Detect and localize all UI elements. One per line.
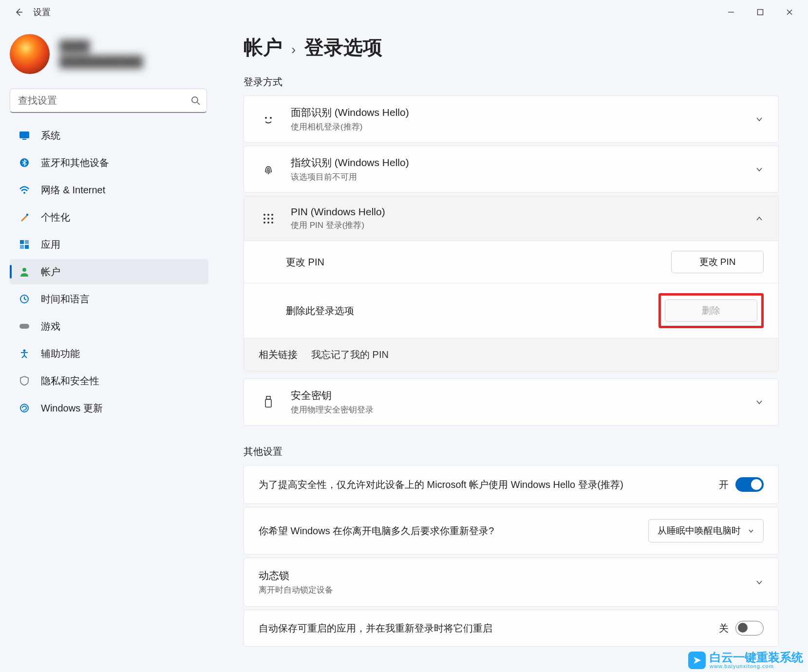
reauth-dropdown[interactable]: 从睡眠中唤醒电脑时 <box>648 519 764 542</box>
sidebar-item-label: 时间和语言 <box>41 293 90 306</box>
setting-reauth-timeout: 你希望 Windows 在你离开电脑多久后要求你重新登录? 从睡眠中唤醒电脑时 <box>244 507 779 555</box>
option-subtitle: 使用 PIN 登录(推荐) <box>291 220 755 231</box>
watermark-icon: ➤ <box>688 652 706 669</box>
maximize-button[interactable] <box>746 2 775 22</box>
avatar <box>10 34 50 74</box>
titlebar: 设置 <box>0 0 808 24</box>
option-subtitle: 使用相机登录(推荐) <box>291 121 755 132</box>
sidebar-item-personalization[interactable]: 个性化 <box>10 205 208 230</box>
change-pin-button[interactable]: 更改 PIN <box>671 251 764 273</box>
sidebar: ████ ███████████ 系统 蓝牙和其他设备 网络 & Interne… <box>0 24 214 672</box>
section-other-settings-label: 其他设置 <box>244 445 779 458</box>
sidebar-item-accounts[interactable]: 帐户 <box>10 259 208 284</box>
svg-point-21 <box>270 117 272 119</box>
setting-text: 自动保存可重启的应用，并在我重新登录时将它们重启 <box>259 622 719 635</box>
chevron-down-icon <box>748 527 754 534</box>
minimize-button[interactable] <box>716 2 746 22</box>
setting-subtitle: 离开时自动锁定设备 <box>259 584 755 596</box>
apps-icon <box>19 239 30 250</box>
svg-rect-31 <box>266 396 270 399</box>
chevron-down-icon <box>755 115 764 124</box>
remove-pin-label: 删除此登录选项 <box>286 304 354 317</box>
svg-point-26 <box>267 218 269 220</box>
option-title: PIN (Windows Hello) <box>291 206 755 218</box>
hello-only-toggle[interactable] <box>735 477 764 492</box>
setting-dynamic-lock[interactable]: 动态锁 离开时自动锁定设备 <box>244 558 779 607</box>
chevron-down-icon <box>755 165 764 174</box>
svg-point-15 <box>22 268 26 272</box>
toggle-state-label: 开 <box>719 478 729 491</box>
sidebar-item-time-language[interactable]: 时间和语言 <box>10 286 208 312</box>
svg-rect-13 <box>20 245 24 249</box>
wifi-icon <box>19 184 30 196</box>
related-links-row: 相关链接 我忘记了我的 PIN <box>244 338 778 371</box>
svg-point-9 <box>23 192 25 194</box>
sidebar-item-label: 帐户 <box>41 265 60 279</box>
svg-rect-6 <box>19 131 29 138</box>
chevron-down-icon <box>755 398 764 407</box>
sidebar-item-accessibility[interactable]: 辅助功能 <box>10 341 208 366</box>
pin-keypad-icon <box>259 212 278 225</box>
svg-rect-14 <box>25 245 29 249</box>
update-icon <box>19 402 30 414</box>
setting-hello-only: 为了提高安全性，仅允许对此设备上的 Microsoft 帐户使用 Windows… <box>244 465 779 504</box>
person-icon <box>19 266 30 278</box>
related-links-label: 相关链接 <box>259 348 298 361</box>
option-face-recognition[interactable]: 面部识别 (Windows Hello) 使用相机登录(推荐) <box>244 95 779 143</box>
sidebar-item-bluetooth[interactable]: 蓝牙和其他设备 <box>10 150 208 175</box>
search-icon <box>191 96 201 106</box>
sidebar-item-system[interactable]: 系统 <box>10 123 208 148</box>
fingerprint-icon <box>259 163 278 176</box>
sidebar-item-label: 个性化 <box>41 211 70 224</box>
sidebar-item-privacy[interactable]: 隐私和安全性 <box>10 368 208 393</box>
chevron-up-icon <box>755 214 764 223</box>
option-subtitle: 使用物理安全密钥登录 <box>291 404 755 415</box>
breadcrumb: 帐户 › 登录选项 <box>244 34 779 61</box>
option-title: 安全密钥 <box>291 389 755 402</box>
sidebar-item-label: 辅助功能 <box>41 347 80 360</box>
main-content: 帐户 › 登录选项 登录方式 面部识别 (Windows Hello) 使用相机… <box>214 24 808 672</box>
pin-remove-row: 删除此登录选项 删除 <box>244 283 778 338</box>
clock-globe-icon <box>19 293 30 305</box>
setting-text: 你希望 Windows 在你离开电脑多久后要求你重新登录? <box>259 524 648 538</box>
svg-rect-10 <box>26 214 28 216</box>
option-security-key[interactable]: 安全密钥 使用物理安全密钥登录 <box>244 378 779 426</box>
accessibility-icon <box>19 348 30 359</box>
sidebar-item-apps[interactable]: 应用 <box>10 232 208 257</box>
autosave-toggle[interactable] <box>735 621 764 635</box>
svg-rect-32 <box>265 399 271 407</box>
svg-point-24 <box>271 214 273 216</box>
watermark-brand: 白云一键重装系统 <box>710 652 803 663</box>
remove-pin-button[interactable]: 删除 <box>665 299 757 322</box>
forgot-pin-link[interactable]: 我忘记了我的 PIN <box>311 348 389 361</box>
sidebar-item-label: 隐私和安全性 <box>41 374 99 388</box>
window-title: 设置 <box>33 6 51 18</box>
pin-change-row: 更改 PIN 更改 PIN <box>244 241 778 283</box>
svg-point-27 <box>271 218 273 220</box>
setting-title: 动态锁 <box>259 569 755 582</box>
sidebar-item-gaming[interactable]: 游戏 <box>10 314 208 339</box>
svg-line-5 <box>197 102 200 105</box>
bluetooth-icon <box>19 157 30 168</box>
option-fingerprint[interactable]: 指纹识别 (Windows Hello) 该选项目前不可用 <box>244 146 779 193</box>
search-input[interactable] <box>10 89 207 113</box>
sidebar-item-label: 蓝牙和其他设备 <box>41 156 109 169</box>
breadcrumb-root[interactable]: 帐户 <box>244 34 282 61</box>
option-title: 面部识别 (Windows Hello) <box>291 106 755 119</box>
sidebar-item-label: Windows 更新 <box>41 402 103 415</box>
gamepad-icon <box>19 320 30 332</box>
back-button[interactable] <box>14 7 23 17</box>
close-button[interactable] <box>775 2 804 22</box>
sidebar-item-label: 网络 & Internet <box>41 184 105 197</box>
svg-point-19 <box>20 404 28 412</box>
svg-rect-7 <box>22 139 26 140</box>
user-profile[interactable]: ████ ███████████ <box>10 34 208 74</box>
highlight-annotation: 删除 <box>658 293 764 328</box>
sidebar-item-network[interactable]: 网络 & Internet <box>10 177 208 203</box>
sidebar-item-windows-update[interactable]: Windows 更新 <box>10 395 208 421</box>
sidebar-item-label: 游戏 <box>41 320 60 333</box>
svg-point-30 <box>271 222 273 224</box>
display-icon <box>19 130 30 141</box>
option-pin-header[interactable]: PIN (Windows Hello) 使用 PIN 登录(推荐) <box>244 196 778 241</box>
chevron-down-icon <box>755 578 764 587</box>
